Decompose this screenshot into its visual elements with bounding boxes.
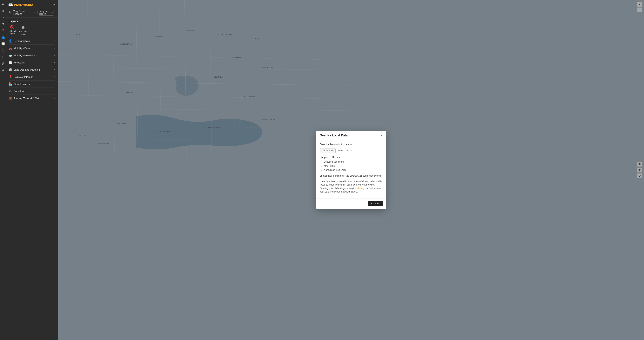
search-clear[interactable]: ✕ [34, 11, 36, 14]
sidebar-item-points-of-interest[interactable]: 📍 Points of Interest ▾ [8, 73, 55, 80]
icon-bar-walk[interactable]: 🚶 [0, 48, 6, 53]
sidebar-item-boundaries[interactable]: 🗂 Boundaries ▾ [8, 88, 55, 95]
sidebar-item-mobility-networks[interactable]: 🚌 Mobility - Networks ▾ [8, 52, 55, 59]
sidebar-item-forecasts[interactable]: 📈 Forecasts ▾ [8, 59, 55, 66]
demographics-icon: 👤 [8, 39, 12, 43]
collapse-icon[interactable]: ◀ [53, 3, 55, 6]
manage-link[interactable]: Manage [357, 187, 365, 190]
icon-bar-chart[interactable]: 📊 [0, 41, 6, 46]
points-of-interest-icon: 📍 [8, 75, 12, 79]
add-local-label: Add LocalData [18, 30, 28, 35]
modal-description: Select a file to add to the map. [320, 142, 382, 146]
store-locations-chevron: ▾ [54, 83, 55, 85]
epsg-note: Spatial data should be in the EPSG:4326 … [320, 174, 382, 178]
points-of-interest-label: Points of Interest [14, 75, 33, 78]
mobility-data-label: Mobility - Data [14, 47, 30, 50]
icon-bar-print[interactable]: 🖨 [0, 67, 6, 73]
forecasts-chevron: ▾ [54, 61, 55, 64]
layers-title: Layers [8, 19, 55, 23]
demographics-chevron: ▾ [54, 40, 55, 42]
forecasts-label: Forecasts [14, 61, 25, 64]
icon-bar-edit[interactable]: ✏ [0, 54, 6, 60]
mobility-networks-label: Mobility - Networks [14, 54, 35, 57]
points-of-interest-chevron: ▾ [54, 76, 55, 78]
journey-to-work-icon: 💼 [8, 96, 12, 100]
sidebar-item-demographics[interactable]: 👤 Demographics ▾ [8, 37, 55, 45]
file-input-row: Choose file No file chosen [320, 148, 382, 153]
icon-bar-tool[interactable]: 🖊 [0, 61, 6, 66]
jump-to-region[interactable]: Jump to Region ▾ [37, 10, 55, 15]
mobility-data-icon: 🚗 [8, 46, 12, 50]
layers-section: Layers 🚫 Hide AllLayers ⊕ Add LocalData … [6, 18, 58, 340]
sidebar-item-mobility-data[interactable]: 🚗 Mobility - Data ▾ [8, 45, 55, 52]
logo: 🏙 PLANWISELY ◀ [8, 2, 55, 7]
hide-all-layers-action[interactable]: 🚫 Hide AllLayers [8, 25, 16, 35]
land-use-label: Land Use and Planning [14, 68, 40, 71]
file-types-list: GeoJson (.geojson) KML (.kml) Zipped shp… [320, 160, 382, 172]
search-location[interactable]: Mary Street, Brisbane [13, 10, 32, 15]
land-use-icon: 🏢 [8, 68, 12, 71]
icon-bar-home[interactable]: 🏙 [0, 1, 6, 7]
forecasts-icon: 📈 [8, 61, 12, 64]
store-locations-label: Store Locations [14, 83, 31, 86]
layers-actions: 🚫 Hide AllLayers ⊕ Add LocalData [8, 25, 55, 35]
left-icon-bar: 🏙 ⊙ ↗ ⊞ 📍 👥 📊 🚶 ✏ 🖊 🖨 [0, 0, 6, 340]
local-data-note: Local data is only saved in your browser… [320, 180, 382, 193]
logo-wisely: WISELY [22, 3, 34, 6]
map-area[interactable]: RED HILL PADDINGTON NORMANBY SPRING HILL… [58, 0, 644, 340]
hide-all-label: Hide AllLayers [8, 30, 16, 35]
sidebar-item-store-locations[interactable]: 🏪 Store Locations ▾ [8, 80, 55, 88]
journey-to-work-chevron: ▾ [54, 97, 55, 100]
choose-file-button[interactable]: Choose file [320, 148, 336, 153]
modal-title: Overlay Local Data [320, 134, 348, 137]
icon-bar-pin[interactable]: 📍 [0, 28, 6, 33]
jump-to-region-label: Jump to Region [39, 10, 52, 15]
sidebar-item-land-use[interactable]: 🏢 Land Use and Planning ▾ [8, 66, 55, 73]
logo-text: PLANWISELY [14, 3, 34, 6]
add-local-data-action[interactable]: ⊕ Add LocalData [18, 25, 28, 35]
mobility-networks-chevron: ▾ [54, 54, 55, 57]
jump-region-chevron: ▾ [52, 11, 54, 14]
sidebar-item-journey-to-work[interactable]: 💼 Journey To Work 2016 ▾ [8, 95, 55, 102]
boundaries-label: Boundaries [14, 90, 26, 93]
sidebar: 🏙 PLANWISELY ◀ 🔍 Mary Street, Brisbane ✕… [6, 0, 58, 340]
modal-footer: Cancel [316, 199, 386, 209]
sidebar-search: 🔍 Mary Street, Brisbane ✕ Jump to Region… [8, 9, 55, 16]
boundaries-icon: 🗂 [8, 89, 12, 93]
logo-plan: PLAN [14, 3, 22, 6]
land-use-chevron: ▾ [54, 68, 55, 71]
icon-bar-layers[interactable]: ⊞ [0, 21, 6, 27]
modal-header: Overlay Local Data × [316, 131, 386, 139]
icon-bar-circle[interactable]: ⊙ [0, 8, 6, 13]
cancel-button[interactable]: Cancel [368, 201, 382, 206]
mobility-networks-icon: 🚌 [8, 53, 12, 57]
mobility-data-chevron: ▾ [54, 47, 55, 49]
journey-to-work-label: Journey To Work 2016 [14, 97, 39, 100]
boundaries-chevron: ▾ [54, 90, 55, 92]
overlay-local-data-modal: Overlay Local Data × Select a file to ad… [316, 131, 386, 209]
hide-all-icon: 🚫 [10, 25, 14, 29]
modal-close-button[interactable]: × [380, 134, 382, 137]
no-file-chosen-text: No file chosen [338, 149, 352, 152]
file-type-kml: KML (.kml) [324, 164, 382, 168]
file-types-title: Supported file types [320, 155, 382, 159]
add-local-icon: ⊕ [22, 25, 25, 30]
icon-bar-people[interactable]: 👥 [0, 34, 6, 40]
file-type-zip: Zipped shp files (.zip) [324, 168, 382, 172]
demographics-label: Demographics [14, 39, 30, 42]
logo-icon: 🏙 [8, 2, 13, 7]
file-type-geojson: GeoJson (.geojson) [324, 160, 382, 164]
search-icon: 🔍 [8, 11, 12, 14]
sidebar-header: 🏙 PLANWISELY ◀ 🔍 Mary Street, Brisbane ✕… [6, 0, 58, 18]
store-locations-icon: 🏪 [8, 82, 12, 86]
icon-bar-share[interactable]: ↗ [0, 15, 6, 20]
modal-body: Select a file to add to the map. Choose … [316, 139, 386, 199]
modal-backdrop: Overlay Local Data × Select a file to ad… [58, 0, 644, 340]
